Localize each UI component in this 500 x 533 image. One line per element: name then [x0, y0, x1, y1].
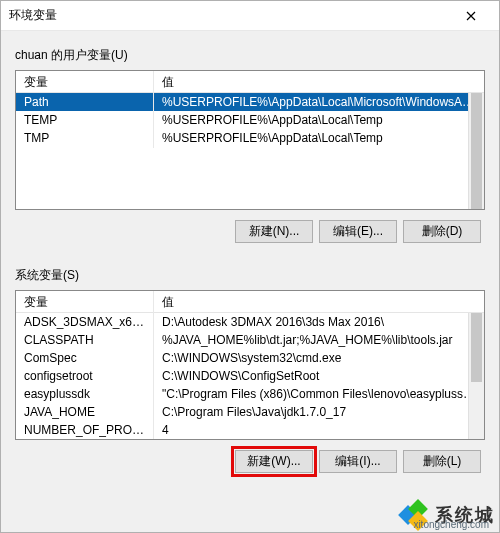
cell-value: C:\WINDOWS\ConfigSetRoot	[154, 366, 484, 386]
system-list-header: 变量 值	[16, 291, 484, 313]
column-header-value[interactable]: 值	[154, 71, 484, 92]
cell-value: D:\Autodesk 3DMAX 2016\3ds Max 2016\	[154, 312, 484, 332]
content-area: chuan 的用户变量(U) 变量 值 Path%USERPROFILE%\Ap…	[1, 31, 499, 491]
table-row[interactable]: TMP%USERPROFILE%\AppData\Local\Temp	[16, 129, 484, 147]
table-row[interactable]: ADSK_3DSMAX_x64_2016D:\Autodesk 3DMAX 20…	[16, 313, 484, 331]
titlebar: 环境变量	[1, 1, 499, 31]
cell-name: CLASSPATH	[16, 330, 154, 350]
cell-name: TMP	[16, 128, 154, 148]
column-header-name[interactable]: 变量	[16, 291, 154, 312]
cell-name: ADSK_3DSMAX_x64_2016	[16, 312, 154, 332]
user-buttons-row: 新建(N)... 编辑(E)... 删除(D)	[15, 220, 481, 243]
dialog-footer: 确定 取消 系统城 xitongcheng.com	[1, 491, 499, 532]
cell-value: %JAVA_HOME%lib\dt.jar;%JAVA_HOME%\lib\to…	[154, 330, 484, 350]
watermark-url: xitongcheng.com	[413, 519, 489, 530]
user-delete-button[interactable]: 删除(D)	[403, 220, 481, 243]
table-row[interactable]: TEMP%USERPROFILE%\AppData\Local\Temp	[16, 111, 484, 129]
cell-value: C:\Program Files\Java\jdk1.7.0_17	[154, 402, 484, 422]
close-button[interactable]	[451, 1, 491, 31]
user-new-button[interactable]: 新建(N)...	[235, 220, 313, 243]
close-icon	[466, 11, 476, 21]
cell-value: "C:\Program Files (x86)\Common Files\len…	[154, 384, 484, 404]
cell-name: easyplussdk	[16, 384, 154, 404]
table-row[interactable]: JAVA_HOMEC:\Program Files\Java\jdk1.7.0_…	[16, 403, 484, 421]
system-new-button[interactable]: 新建(W)...	[235, 450, 313, 473]
cell-value: 4	[154, 420, 484, 440]
system-delete-button[interactable]: 删除(L)	[403, 450, 481, 473]
cell-name: JAVA_HOME	[16, 402, 154, 422]
cell-value: C:\WINDOWS\system32\cmd.exe	[154, 348, 484, 368]
cell-name: Path	[16, 92, 154, 112]
cell-name: configsetroot	[16, 366, 154, 386]
user-rows-body: Path%USERPROFILE%\AppData\Local\Microsof…	[16, 93, 484, 147]
user-list-header: 变量 值	[16, 71, 484, 93]
scroll-thumb[interactable]	[471, 313, 482, 382]
system-scrollbar[interactable]	[468, 313, 484, 439]
column-header-value[interactable]: 值	[154, 291, 484, 312]
table-row[interactable]: Path%USERPROFILE%\AppData\Local\Microsof…	[16, 93, 484, 111]
system-vars-label: 系统变量(S)	[15, 267, 485, 284]
system-rows-body: ADSK_3DSMAX_x64_2016D:\Autodesk 3DMAX 20…	[16, 313, 484, 439]
table-row[interactable]: configsetrootC:\WINDOWS\ConfigSetRoot	[16, 367, 484, 385]
table-row[interactable]: easyplussdk"C:\Program Files (x86)\Commo…	[16, 385, 484, 403]
cell-value: %USERPROFILE%\AppData\Local\Temp	[154, 128, 484, 148]
table-row[interactable]: NUMBER_OF_PROCESSORS4	[16, 421, 484, 439]
cell-value: %USERPROFILE%\AppData\Local\Microsoft\Wi…	[154, 92, 484, 112]
cell-value: %USERPROFILE%\AppData\Local\Temp	[154, 110, 484, 130]
scroll-thumb[interactable]	[471, 93, 482, 209]
window-title: 环境变量	[9, 7, 451, 24]
system-buttons-row: 新建(W)... 编辑(I)... 删除(L)	[15, 450, 481, 473]
user-edit-button[interactable]: 编辑(E)...	[319, 220, 397, 243]
table-row[interactable]: CLASSPATH%JAVA_HOME%lib\dt.jar;%JAVA_HOM…	[16, 331, 484, 349]
env-vars-window: 环境变量 chuan 的用户变量(U) 变量 值 Path%USERPROFIL…	[0, 0, 500, 533]
system-edit-button[interactable]: 编辑(I)...	[319, 450, 397, 473]
column-header-name[interactable]: 变量	[16, 71, 154, 92]
cell-name: ComSpec	[16, 348, 154, 368]
user-scrollbar[interactable]	[468, 93, 484, 209]
user-vars-list[interactable]: 变量 值 Path%USERPROFILE%\AppData\Local\Mic…	[15, 70, 485, 210]
cell-name: NUMBER_OF_PROCESSORS	[16, 420, 154, 440]
system-vars-list[interactable]: 变量 值 ADSK_3DSMAX_x64_2016D:\Autodesk 3DM…	[15, 290, 485, 440]
user-vars-label: chuan 的用户变量(U)	[15, 47, 485, 64]
cell-name: TEMP	[16, 110, 154, 130]
table-row[interactable]: ComSpecC:\WINDOWS\system32\cmd.exe	[16, 349, 484, 367]
